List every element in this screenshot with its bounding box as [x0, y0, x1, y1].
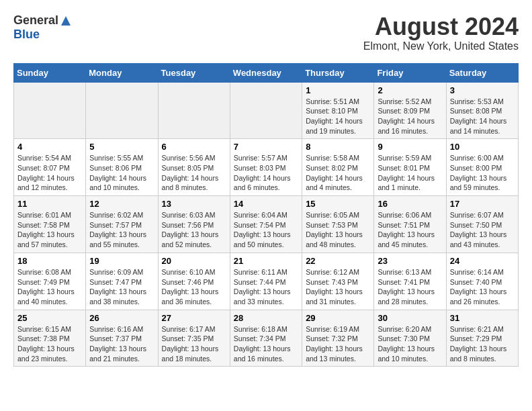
- day-info: Sunrise: 6:11 AM Sunset: 7:44 PM Dayligh…: [234, 267, 298, 307]
- calendar-cell: 26Sunrise: 6:16 AM Sunset: 7:37 PM Dayli…: [86, 310, 158, 367]
- day-number: 5: [89, 142, 154, 152]
- day-number: 29: [306, 313, 370, 323]
- day-info: Sunrise: 6:18 AM Sunset: 7:34 PM Dayligh…: [234, 324, 298, 364]
- calendar-cell: 9Sunrise: 5:59 AM Sunset: 8:01 PM Daylig…: [374, 139, 446, 196]
- day-info: Sunrise: 5:55 AM Sunset: 8:06 PM Dayligh…: [89, 153, 154, 193]
- day-number: 10: [450, 142, 515, 152]
- calendar-cell: 6Sunrise: 5:56 AM Sunset: 8:05 PM Daylig…: [158, 139, 230, 196]
- calendar-cell: 31Sunrise: 6:21 AM Sunset: 7:29 PM Dayli…: [446, 310, 518, 367]
- logo-general: General: [13, 13, 58, 28]
- calendar-cell: 25Sunrise: 6:15 AM Sunset: 7:38 PM Dayli…: [14, 310, 86, 367]
- day-info: Sunrise: 6:20 AM Sunset: 7:30 PM Dayligh…: [378, 324, 442, 364]
- header-row: SundayMondayTuesdayWednesdayThursdayFrid…: [14, 63, 519, 82]
- calendar-cell: 11Sunrise: 6:01 AM Sunset: 7:58 PM Dayli…: [14, 196, 86, 253]
- calendar-cell: 12Sunrise: 6:02 AM Sunset: 7:57 PM Dayli…: [86, 196, 158, 253]
- calendar-cell: 28Sunrise: 6:18 AM Sunset: 7:34 PM Dayli…: [230, 310, 302, 367]
- calendar-table: SundayMondayTuesdayWednesdayThursdayFrid…: [13, 63, 519, 367]
- day-number: 13: [162, 199, 226, 209]
- calendar-cell: 13Sunrise: 6:03 AM Sunset: 7:56 PM Dayli…: [158, 196, 230, 253]
- day-info: Sunrise: 5:53 AM Sunset: 8:08 PM Dayligh…: [450, 97, 515, 136]
- calendar-cell: [86, 82, 158, 139]
- calendar-cell: 1Sunrise: 5:51 AM Sunset: 8:10 PM Daylig…: [302, 82, 374, 139]
- header-monday: Monday: [86, 63, 158, 82]
- week-row-1: 1Sunrise: 5:51 AM Sunset: 8:10 PM Daylig…: [14, 82, 519, 139]
- day-number: 11: [17, 199, 82, 209]
- calendar-cell: 3Sunrise: 5:53 AM Sunset: 8:08 PM Daylig…: [446, 82, 518, 139]
- calendar-cell: 14Sunrise: 6:04 AM Sunset: 7:54 PM Dayli…: [230, 196, 302, 253]
- calendar-cell: 24Sunrise: 6:14 AM Sunset: 7:40 PM Dayli…: [446, 253, 518, 310]
- day-info: Sunrise: 5:56 AM Sunset: 8:05 PM Dayligh…: [162, 153, 226, 193]
- day-info: Sunrise: 5:54 AM Sunset: 8:07 PM Dayligh…: [17, 153, 82, 193]
- week-row-2: 4Sunrise: 5:54 AM Sunset: 8:07 PM Daylig…: [14, 139, 519, 196]
- logo: General Blue: [13, 13, 72, 42]
- day-info: Sunrise: 5:52 AM Sunset: 8:09 PM Dayligh…: [378, 97, 442, 136]
- logo-icon: [60, 15, 72, 27]
- title-block: August 2024 Elmont, New York, United Sta…: [363, 13, 519, 52]
- day-info: Sunrise: 6:12 AM Sunset: 7:43 PM Dayligh…: [306, 267, 370, 307]
- svg-marker-0: [61, 16, 71, 26]
- calendar-cell: 7Sunrise: 5:57 AM Sunset: 8:03 PM Daylig…: [230, 139, 302, 196]
- day-info: Sunrise: 6:15 AM Sunset: 7:38 PM Dayligh…: [17, 324, 82, 364]
- day-info: Sunrise: 6:06 AM Sunset: 7:51 PM Dayligh…: [378, 210, 442, 250]
- calendar-cell: 15Sunrise: 6:05 AM Sunset: 7:53 PM Dayli…: [302, 196, 374, 253]
- day-number: 21: [234, 256, 298, 266]
- page-header: General Blue August 2024 Elmont, New Yor…: [13, 13, 519, 52]
- header-tuesday: Tuesday: [158, 63, 230, 82]
- day-number: 23: [378, 256, 442, 266]
- day-info: Sunrise: 6:02 AM Sunset: 7:57 PM Dayligh…: [89, 210, 154, 250]
- calendar-cell: 22Sunrise: 6:12 AM Sunset: 7:43 PM Dayli…: [302, 253, 374, 310]
- calendar-cell: 8Sunrise: 5:58 AM Sunset: 8:02 PM Daylig…: [302, 139, 374, 196]
- header-wednesday: Wednesday: [230, 63, 302, 82]
- day-info: Sunrise: 5:59 AM Sunset: 8:01 PM Dayligh…: [378, 153, 442, 193]
- day-number: 31: [450, 313, 515, 323]
- header-friday: Friday: [374, 63, 446, 82]
- day-number: 15: [306, 199, 370, 209]
- calendar-cell: 29Sunrise: 6:19 AM Sunset: 7:32 PM Dayli…: [302, 310, 374, 367]
- day-number: 12: [89, 199, 154, 209]
- page-subtitle: Elmont, New York, United States: [363, 40, 519, 52]
- week-row-5: 25Sunrise: 6:15 AM Sunset: 7:38 PM Dayli…: [14, 310, 519, 367]
- calendar-cell: 30Sunrise: 6:20 AM Sunset: 7:30 PM Dayli…: [374, 310, 446, 367]
- day-info: Sunrise: 6:08 AM Sunset: 7:49 PM Dayligh…: [17, 267, 82, 307]
- calendar-cell: 4Sunrise: 5:54 AM Sunset: 8:07 PM Daylig…: [14, 139, 86, 196]
- calendar-cell: 10Sunrise: 6:00 AM Sunset: 8:00 PM Dayli…: [446, 139, 518, 196]
- day-info: Sunrise: 6:00 AM Sunset: 8:00 PM Dayligh…: [450, 153, 515, 193]
- day-number: 9: [378, 142, 442, 152]
- calendar-cell: 27Sunrise: 6:17 AM Sunset: 7:35 PM Dayli…: [158, 310, 230, 367]
- day-number: 6: [162, 142, 226, 152]
- page-title: August 2024: [363, 13, 519, 40]
- calendar-cell: 17Sunrise: 6:07 AM Sunset: 7:50 PM Dayli…: [446, 196, 518, 253]
- day-number: 3: [450, 85, 515, 95]
- calendar-cell: [230, 82, 302, 139]
- week-row-3: 11Sunrise: 6:01 AM Sunset: 7:58 PM Dayli…: [14, 196, 519, 253]
- logo-blue: Blue: [13, 28, 40, 42]
- day-info: Sunrise: 6:05 AM Sunset: 7:53 PM Dayligh…: [306, 210, 370, 250]
- calendar-cell: 19Sunrise: 6:09 AM Sunset: 7:47 PM Dayli…: [86, 253, 158, 310]
- day-number: 17: [450, 199, 515, 209]
- day-info: Sunrise: 6:03 AM Sunset: 7:56 PM Dayligh…: [162, 210, 226, 250]
- calendar-cell: 16Sunrise: 6:06 AM Sunset: 7:51 PM Dayli…: [374, 196, 446, 253]
- day-info: Sunrise: 6:13 AM Sunset: 7:41 PM Dayligh…: [378, 267, 442, 307]
- day-info: Sunrise: 6:19 AM Sunset: 7:32 PM Dayligh…: [306, 324, 370, 364]
- day-info: Sunrise: 5:57 AM Sunset: 8:03 PM Dayligh…: [234, 153, 298, 193]
- header-thursday: Thursday: [302, 63, 374, 82]
- calendar-cell: 23Sunrise: 6:13 AM Sunset: 7:41 PM Dayli…: [374, 253, 446, 310]
- day-number: 27: [162, 313, 226, 323]
- day-info: Sunrise: 6:09 AM Sunset: 7:47 PM Dayligh…: [89, 267, 154, 307]
- day-info: Sunrise: 6:01 AM Sunset: 7:58 PM Dayligh…: [17, 210, 82, 250]
- day-number: 30: [378, 313, 442, 323]
- day-info: Sunrise: 6:16 AM Sunset: 7:37 PM Dayligh…: [89, 324, 154, 364]
- day-number: 26: [89, 313, 154, 323]
- day-info: Sunrise: 6:07 AM Sunset: 7:50 PM Dayligh…: [450, 210, 515, 250]
- day-number: 18: [17, 256, 82, 266]
- day-info: Sunrise: 6:04 AM Sunset: 7:54 PM Dayligh…: [234, 210, 298, 250]
- day-number: 14: [234, 199, 298, 209]
- day-info: Sunrise: 6:21 AM Sunset: 7:29 PM Dayligh…: [450, 324, 515, 364]
- day-number: 8: [306, 142, 370, 152]
- day-info: Sunrise: 6:14 AM Sunset: 7:40 PM Dayligh…: [450, 267, 515, 307]
- day-number: 2: [378, 85, 442, 95]
- day-number: 25: [17, 313, 82, 323]
- day-number: 20: [162, 256, 226, 266]
- day-number: 1: [306, 85, 370, 95]
- calendar-cell: 18Sunrise: 6:08 AM Sunset: 7:49 PM Dayli…: [14, 253, 86, 310]
